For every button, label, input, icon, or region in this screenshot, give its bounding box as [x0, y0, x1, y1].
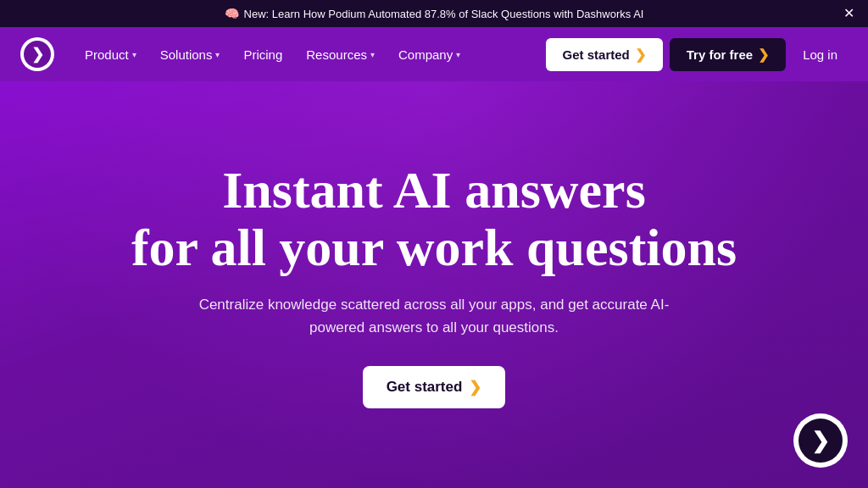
hero-title-line2: for all your work questions: [131, 219, 737, 276]
login-button[interactable]: Log in: [793, 41, 848, 69]
get-started-label: Get started: [563, 47, 630, 62]
try-free-chevron-icon: ❯: [758, 47, 769, 63]
nav-pricing-label: Pricing: [243, 47, 282, 62]
hero-title-line1: Instant AI answers: [222, 161, 646, 219]
hero-cta-label: Get started: [387, 379, 463, 396]
get-started-chevron-icon: ❯: [635, 47, 646, 63]
nav-resources-label: Resources: [306, 47, 367, 62]
nav-resources-chevron-icon: ▾: [370, 50, 375, 59]
logo-inner: ❯: [24, 41, 51, 68]
nav-item-company[interactable]: Company ▾: [388, 41, 470, 69]
try-for-free-button[interactable]: Try for free ❯: [670, 38, 786, 71]
announcement-emoji: 🧠: [225, 7, 239, 20]
nav-item-solutions[interactable]: Solutions ▾: [150, 41, 231, 69]
nav-solutions-chevron-icon: ▾: [215, 50, 220, 59]
nav-product-chevron-icon: ▾: [132, 50, 136, 59]
logo-chevron-icon: ❯: [31, 47, 44, 62]
nav-item-resources[interactable]: Resources ▾: [296, 41, 385, 69]
nav-item-product[interactable]: Product ▾: [75, 41, 147, 69]
bottom-logo-chevron-icon: ❯: [811, 428, 830, 454]
login-label: Log in: [803, 47, 837, 62]
hero-get-started-button[interactable]: Get started ❯: [363, 366, 506, 408]
bottom-logo-inner: ❯: [798, 419, 843, 463]
nav-company-label: Company: [398, 47, 453, 62]
nav-product-label: Product: [85, 47, 129, 62]
nav-actions: Get started ❯ Try for free ❯ Log in: [546, 38, 848, 71]
get-started-button[interactable]: Get started ❯: [546, 38, 663, 71]
bottom-logo-watermark: ❯: [793, 413, 848, 468]
navbar: ❯ Product ▾ Solutions ▾ Pricing Resource…: [0, 27, 868, 81]
announcement-close-button[interactable]: ✕: [843, 7, 854, 20]
nav-items: Product ▾ Solutions ▾ Pricing Resources …: [75, 41, 539, 69]
nav-solutions-label: Solutions: [160, 47, 213, 62]
hero-cta-chevron-icon: ❯: [469, 378, 481, 396]
nav-item-pricing[interactable]: Pricing: [233, 41, 292, 69]
announcement-text: New: Learn How Podium Automated 87.8% of…: [244, 8, 644, 20]
hero-title: Instant AI answers for all your work que…: [131, 161, 737, 276]
hero-subtitle: Centralize knowledge scattered across al…: [180, 293, 688, 339]
hero-section: Instant AI answers for all your work que…: [0, 81, 868, 488]
announcement-bar: 🧠 New: Learn How Podium Automated 87.8% …: [0, 0, 868, 27]
logo[interactable]: ❯: [20, 37, 54, 71]
nav-company-chevron-icon: ▾: [456, 50, 460, 59]
try-free-label: Try for free: [687, 47, 753, 62]
